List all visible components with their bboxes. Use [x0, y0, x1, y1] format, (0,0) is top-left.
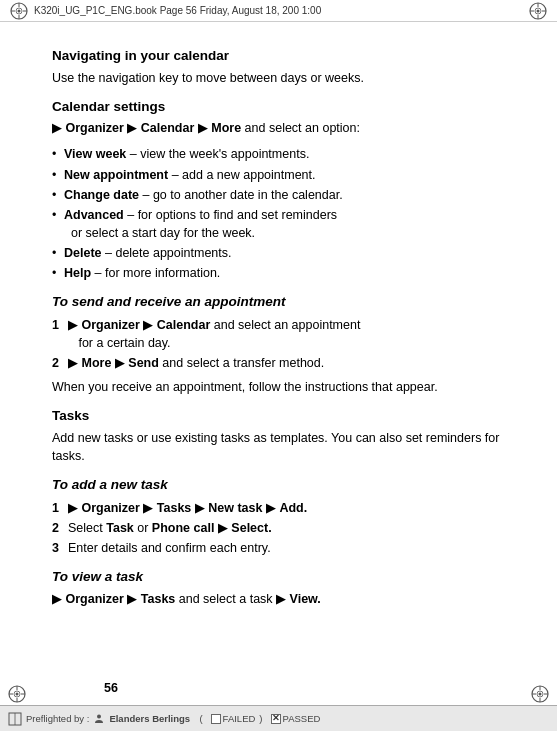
- send-receive-steps: 1 ▶ Organizer ▶ Calendar and select an a…: [52, 316, 505, 372]
- list-item: View week – view the week's appointments…: [52, 145, 505, 163]
- section-tasks: Tasks Add new tasks or use existing task…: [52, 406, 505, 465]
- compass-icon-tl: [10, 2, 28, 20]
- calendar-settings-heading: Calendar settings: [52, 97, 505, 117]
- list-item: 2 ▶ More ▶ Send and select a transfer me…: [52, 354, 505, 372]
- list-item: Help – for more information.: [52, 264, 505, 282]
- calendar-settings-list: View week – view the week's appointments…: [52, 145, 505, 282]
- failed-checkbox: FAILED: [211, 713, 256, 724]
- list-item: New appointment – add a new appointment.: [52, 166, 505, 184]
- section-nav-calendar: Navigating in your calendar Use the navi…: [52, 46, 505, 87]
- list-item: 1 ▶ Organizer ▶ Calendar and select an a…: [52, 316, 505, 352]
- separator2: ): [259, 713, 262, 724]
- book-icon: [8, 712, 22, 726]
- list-item: 3 Enter details and confirm each entry.: [52, 539, 505, 557]
- list-item: Change date – go to another date in the …: [52, 186, 505, 204]
- add-task-heading: To add a new task: [52, 475, 505, 495]
- preflight-label: Preflighted by :: [26, 713, 89, 724]
- view-task-body: ▶ Organizer ▶ Tasks and select a task ▶ …: [52, 590, 505, 608]
- person-icon: [93, 713, 105, 725]
- list-item: Delete – delete appointments.: [52, 244, 505, 262]
- view-task-heading: To view a task: [52, 567, 505, 587]
- failed-label: FAILED: [223, 713, 256, 724]
- nav-calendar-heading: Navigating in your calendar: [52, 46, 505, 66]
- brand-name: Elanders Berlings: [109, 713, 190, 724]
- page-number: 56: [104, 681, 118, 695]
- tasks-heading: Tasks: [52, 406, 505, 426]
- calendar-settings-intro: ▶ Organizer ▶ Calendar ▶ More and select…: [52, 119, 505, 137]
- svg-point-27: [539, 693, 542, 696]
- svg-point-6: [18, 9, 21, 12]
- send-receive-trailing: When you receive an appointment, follow …: [52, 378, 505, 396]
- separator: (: [194, 713, 202, 724]
- tasks-body: Add new tasks or use existing tasks as t…: [52, 429, 505, 465]
- nav-calendar-body: Use the navigation key to move between d…: [52, 69, 505, 87]
- section-send-receive: To send and receive an appointment 1 ▶ O…: [52, 292, 505, 396]
- section-calendar-settings: Calendar settings ▶ Organizer ▶ Calendar…: [52, 97, 505, 283]
- section-view-task: To view a task ▶ Organizer ▶ Tasks and s…: [52, 567, 505, 608]
- svg-point-20: [16, 693, 19, 696]
- send-receive-heading: To send and receive an appointment: [52, 292, 505, 312]
- section-add-task: To add a new task 1 ▶ Organizer ▶ Tasks …: [52, 475, 505, 557]
- page-wrapper: K320i_UG_P1C_ENG.book Page 56 Friday, Au…: [0, 0, 557, 731]
- checkbox-checked-icon: [271, 714, 281, 724]
- compass-icon-tr: [529, 2, 547, 20]
- add-task-steps: 1 ▶ Organizer ▶ Tasks ▶ New task ▶ Add. …: [52, 499, 505, 557]
- passed-label: PASSED: [283, 713, 321, 724]
- svg-point-13: [537, 9, 540, 12]
- bottom-bar: Preflighted by : Elanders Berlings ( FAI…: [0, 705, 557, 731]
- main-content: Navigating in your calendar Use the navi…: [0, 28, 557, 628]
- header-title: K320i_UG_P1C_ENG.book Page 56 Friday, Au…: [34, 5, 321, 16]
- list-item: Advanced – for options to find and set r…: [52, 206, 505, 242]
- list-item: 1 ▶ Organizer ▶ Tasks ▶ New task ▶ Add.: [52, 499, 505, 517]
- checkbox-empty-icon: [211, 714, 221, 724]
- compass-icon-br: [531, 685, 549, 703]
- svg-point-30: [97, 714, 101, 718]
- top-bar: K320i_UG_P1C_ENG.book Page 56 Friday, Au…: [0, 0, 557, 22]
- passed-checkbox: PASSED: [271, 713, 321, 724]
- compass-icon-bl: [8, 685, 26, 703]
- list-item: 2 Select Task or Phone call ▶ Select.: [52, 519, 505, 537]
- top-bar-left: K320i_UG_P1C_ENG.book Page 56 Friday, Au…: [10, 2, 321, 20]
